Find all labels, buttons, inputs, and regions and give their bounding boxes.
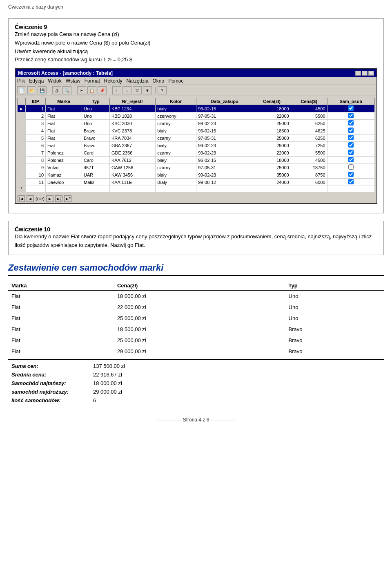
- toolbar-sort-desc[interactable]: ↓: [122, 86, 131, 94]
- cell-sam-osob[interactable]: [327, 164, 374, 171]
- access-toolbar: 📄 📂 💾 🖨 🔍 ✂ 📋 📌 ↑ ↓ ▽ ▼ ?: [16, 85, 376, 96]
- menu-format[interactable]: Format: [85, 78, 100, 84]
- cell-sam-osob[interactable]: [327, 127, 374, 134]
- table-row[interactable]: 6 Fiat Bravo GBA 2367 biały 99-02-23 290…: [18, 142, 375, 149]
- col-sam-osob[interactable]: Sam_osob: [327, 98, 374, 105]
- cell-sam-osob[interactable]: [327, 179, 374, 186]
- toolbar-cut[interactable]: ✂: [77, 86, 86, 94]
- row-indicator: ►: [18, 105, 26, 112]
- toolbar-print[interactable]: 🖨: [52, 86, 61, 94]
- cell-kolor: biały: [156, 127, 196, 134]
- toolbar-open[interactable]: 📂: [27, 86, 36, 94]
- sam-osob-checkbox[interactable]: [348, 164, 354, 170]
- table-row[interactable]: ► 1 Fiat Uno KBP 1234 biały 96-02-15 180…: [18, 105, 375, 112]
- report-header-row: Marka Cena(zł) Typ: [8, 281, 384, 291]
- cell-sam-osob[interactable]: [327, 157, 374, 164]
- table-row[interactable]: 11 Daewoo Matiz KAA 111E Biały 99-08-12 …: [18, 179, 375, 186]
- minimize-button[interactable]: _: [355, 71, 361, 76]
- exercise9-text: Zmień nazwę pola Cena na nazwę Cena (zł)…: [15, 30, 377, 64]
- close-button[interactable]: ×: [368, 71, 374, 76]
- row-indicator: [18, 157, 26, 164]
- cell-marka: Fiat: [46, 120, 82, 127]
- table-row[interactable]: 9 Volvo 457T GAW 1256 czarny 97-05-31 75…: [18, 164, 375, 171]
- cell-sam-osob[interactable]: [327, 112, 374, 120]
- table-row[interactable]: 10 Kamaz UAR KAW 3456 biały 99-02-23 350…: [18, 171, 375, 179]
- access-menu-bar: Plik Edycja Widok Wstaw Format Rekordy N…: [16, 77, 376, 85]
- col-marka[interactable]: Marka: [46, 98, 82, 105]
- cell-typ: Bravo: [82, 142, 109, 149]
- access-table: IDP Marka Typ Nr_rejestr Kolor Data_zaku…: [17, 98, 375, 192]
- sam-osob-checkbox[interactable]: [348, 135, 354, 140]
- sam-osob-checkbox[interactable]: [348, 113, 354, 118]
- toolbar-paste[interactable]: 📌: [98, 86, 107, 94]
- menu-okno[interactable]: Okno: [152, 78, 164, 84]
- cell-sam-osob[interactable]: [327, 149, 374, 157]
- exercise10-text: Dla kwerendy o nazwie Fiat stwórz raport…: [15, 233, 377, 250]
- table-row[interactable]: 5 Fiat Bravo KRA 7034 czarny 97-05-31 25…: [18, 134, 375, 142]
- menu-wstaw[interactable]: Wstaw: [66, 78, 80, 84]
- access-title-text: Microsoft Access - [samochody : Tabela]: [18, 70, 113, 76]
- report-cell-marka: Fiat: [8, 324, 114, 335]
- sam-osob-checkbox[interactable]: [348, 128, 354, 133]
- toolbar-save[interactable]: 💾: [38, 86, 47, 94]
- toolbar-new[interactable]: 📄: [17, 86, 26, 94]
- exercise9-line1: Zmień nazwę pola Cena na nazwę Cena (zł): [15, 30, 377, 39]
- row-indicator: [18, 142, 26, 149]
- toolbar-filter[interactable]: ▽: [133, 86, 142, 94]
- sam-osob-checkbox[interactable]: [348, 150, 354, 155]
- cell-sam-osob[interactable]: [327, 171, 374, 179]
- nav-new[interactable]: ►*: [64, 195, 71, 202]
- sam-osob-checkbox[interactable]: [348, 179, 354, 184]
- nav-next[interactable]: ►: [46, 195, 53, 202]
- menu-widok[interactable]: Widok: [48, 78, 61, 84]
- sam-osob-checkbox[interactable]: [348, 105, 354, 111]
- access-table-body: ► 1 Fiat Uno KBP 1234 biały 96-02-15 180…: [18, 105, 375, 192]
- report-cell-typ: Bravo: [285, 335, 384, 346]
- col-cena-d[interactable]: Cena($): [291, 98, 327, 105]
- menu-plik[interactable]: Plik: [17, 78, 25, 84]
- cell-sam-osob[interactable]: [327, 134, 374, 142]
- table-row[interactable]: 7 Polonez Caro GDE 2356 czarny 99-02-23 …: [18, 149, 375, 157]
- toolbar-preview[interactable]: 🔍: [62, 86, 71, 94]
- cell-typ: Matiz: [82, 179, 109, 186]
- table-row[interactable]: 4 Fiat Bravo KVC 2378 biały 96-02-15 185…: [18, 127, 375, 134]
- menu-pomoc[interactable]: Pomoc: [168, 78, 183, 84]
- menu-narzedzia[interactable]: Narzędzia: [126, 78, 148, 84]
- cell-id: 9: [25, 164, 45, 171]
- nav-prev[interactable]: ◄: [27, 195, 34, 202]
- col-data-zakupu[interactable]: Data_zakupu: [196, 98, 253, 105]
- table-row[interactable]: 2 Fiat Uno KBD 1020 czerwony 97-05-31 22…: [18, 112, 375, 120]
- menu-rekordy[interactable]: Rekordy: [104, 78, 122, 84]
- col-cena-zl[interactable]: Cena(zł): [253, 98, 291, 105]
- row-indicator: [18, 134, 26, 142]
- col-nr-rejestr[interactable]: Nr_rejestr: [109, 98, 155, 105]
- toolbar-help[interactable]: ?: [158, 86, 167, 94]
- sam-osob-checkbox[interactable]: [348, 172, 354, 177]
- col-typ[interactable]: Typ: [82, 98, 109, 105]
- table-row[interactable]: 3 Fiat Uno KBC 2030 czarny 99-02-23 2500…: [18, 120, 375, 127]
- cell-sam-osob[interactable]: [327, 105, 374, 112]
- cell-nr: KAA 111E: [109, 179, 155, 186]
- row-indicator: [18, 171, 26, 179]
- report-cell-marka: Fiat: [8, 335, 114, 346]
- table-row[interactable]: 8 Polonez Caro KAA 7612 biały 96-02-15 1…: [18, 157, 375, 164]
- sam-osob-checkbox[interactable]: [348, 157, 354, 162]
- sam-osob-checkbox[interactable]: [348, 120, 354, 125]
- cell-marka: Fiat: [46, 142, 82, 149]
- cell-sam-osob[interactable]: [327, 120, 374, 127]
- col-idp[interactable]: IDP: [25, 98, 45, 105]
- toolbar-apply-filter[interactable]: ▼: [143, 86, 152, 94]
- cell-data: 96-02-15: [196, 105, 253, 112]
- report-cell-cena: 29 000,00 zł: [114, 346, 285, 357]
- toolbar-copy[interactable]: 📋: [87, 86, 96, 94]
- cell-sam-osob[interactable]: [327, 142, 374, 149]
- col-kolor[interactable]: Kolor: [156, 98, 196, 105]
- maximize-button[interactable]: □: [362, 71, 368, 76]
- sam-osob-checkbox[interactable]: [348, 142, 354, 148]
- report-underline: [8, 275, 384, 276]
- toolbar-sort-asc[interactable]: ↑: [112, 86, 121, 94]
- menu-edycja[interactable]: Edycja: [29, 78, 44, 84]
- report-title: Zestawienie cen samochodów marki: [8, 262, 384, 273]
- nav-last[interactable]: ►|: [55, 195, 62, 202]
- nav-first[interactable]: |◄: [18, 195, 25, 202]
